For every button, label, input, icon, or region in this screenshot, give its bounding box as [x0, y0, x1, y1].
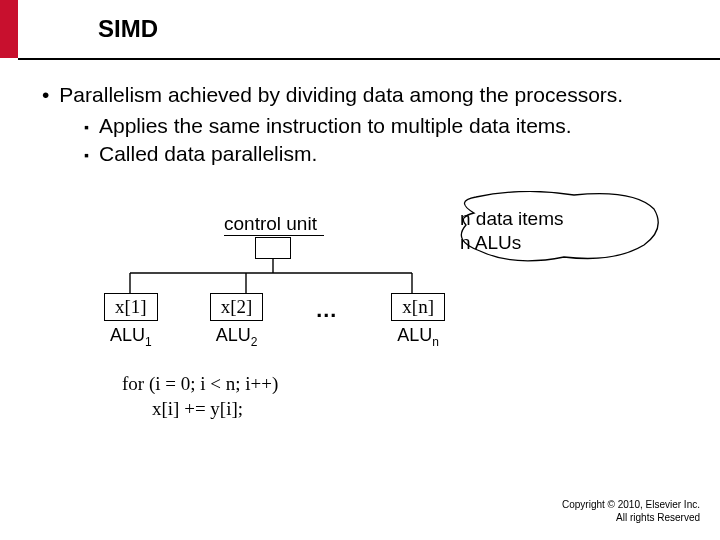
copyright-line2: All rights Reserved: [562, 511, 700, 524]
bullet-level2: ▪ Called data parallelism.: [84, 140, 680, 167]
alu-label-2: ALU2: [210, 325, 264, 349]
copyright-line1: Copyright © 2010, Elsevier Inc.: [562, 498, 700, 511]
copyright: Copyright © 2010, Elsevier Inc. All righ…: [562, 498, 700, 524]
alu-item-2: x[2] ALU2: [210, 293, 264, 349]
data-box-xn: x[n]: [391, 293, 445, 321]
alu-row: x[1] ALU1 x[2] ALU2 … x[n] ALUn: [104, 293, 445, 349]
alu-sub: 2: [251, 334, 258, 348]
alu-item-n: x[n] ALUn: [391, 293, 445, 349]
accent-block: [0, 0, 18, 58]
bullet-square-icon: ▪: [84, 140, 89, 167]
alu-sub: n: [432, 334, 439, 348]
alu-label-1: ALU1: [104, 325, 158, 349]
header: SIMD: [0, 0, 720, 58]
title-wrap: SIMD: [18, 15, 720, 43]
code-line-1: for (i = 0; i < n; i++): [122, 371, 278, 397]
diagram: control unit n data items n ALUs x[1]: [42, 213, 680, 413]
bullet-level2: ▪ Applies the same instruction to multip…: [84, 112, 680, 139]
alu-item-1: x[1] ALU1: [104, 293, 158, 349]
n-data-line2: n ALUs: [460, 231, 564, 255]
bullet-dot-icon: •: [42, 82, 49, 108]
slide-title: SIMD: [98, 15, 720, 43]
bullet-l2b-text: Called data parallelism.: [99, 140, 317, 167]
bullet-square-icon: ▪: [84, 112, 89, 139]
n-data-line1: n data items: [460, 207, 564, 231]
bullet-l2a-text: Applies the same instruction to multiple…: [99, 112, 572, 139]
alu-prefix: ALU: [216, 325, 251, 345]
alu-prefix: ALU: [397, 325, 432, 345]
n-data-block: n data items n ALUs: [460, 207, 564, 255]
content: • Parallelism achieved by dividing data …: [0, 60, 720, 413]
ellipsis-icon: …: [315, 293, 343, 323]
alu-label-n: ALUn: [391, 325, 445, 349]
bullet-level1: • Parallelism achieved by dividing data …: [42, 82, 680, 108]
code-block: for (i = 0; i < n; i++) x[i] += y[i];: [122, 371, 278, 422]
bullet-l1-text: Parallelism achieved by dividing data am…: [59, 82, 623, 108]
alu-prefix: ALU: [110, 325, 145, 345]
code-line-2: x[i] += y[i];: [122, 396, 278, 422]
slide: SIMD • Parallelism achieved by dividing …: [0, 0, 720, 540]
data-box-x2: x[2]: [210, 293, 264, 321]
alu-sub: 1: [145, 334, 152, 348]
data-box-x1: x[1]: [104, 293, 158, 321]
